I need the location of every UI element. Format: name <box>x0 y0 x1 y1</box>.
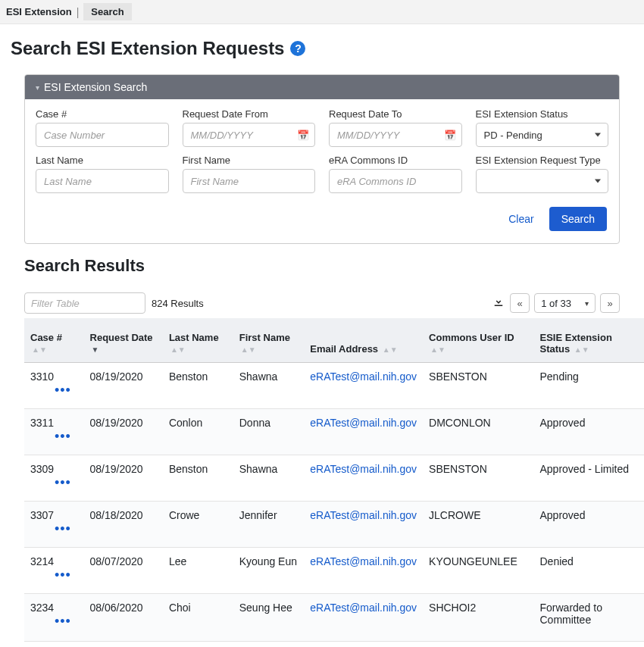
first-name: Donna <box>233 409 305 455</box>
first-name-input[interactable] <box>183 169 316 193</box>
first-name: Shawna <box>233 363 305 409</box>
status: Approved - Limited <box>533 455 644 502</box>
row-actions-icon[interactable]: ••• <box>55 433 78 439</box>
download-icon[interactable] <box>492 295 505 312</box>
search-button[interactable]: Search <box>549 207 607 231</box>
sort-icon: ▲▼ <box>574 345 589 354</box>
date-to-label: Request Date To <box>329 108 462 120</box>
sort-icon: ▲▼ <box>430 345 445 354</box>
last-name: Conlon <box>163 409 233 455</box>
panel-header[interactable]: ▾ ESI Extension Search <box>25 75 619 99</box>
help-icon[interactable]: ? <box>290 41 305 56</box>
row-actions-icon[interactable]: ••• <box>55 526 78 532</box>
col-status[interactable]: ESIE Extension Status ▲▼ <box>533 318 644 363</box>
col-first-name[interactable]: First Name ▲▼ <box>233 318 305 363</box>
table-row: 3310•••08/19/2020BenstonShawnaeRATest@ma… <box>24 363 644 409</box>
panel-header-label: ESI Extension Search <box>44 81 147 93</box>
col-email[interactable]: Email Address ▲▼ <box>304 318 423 363</box>
request-type-select[interactable] <box>476 169 609 193</box>
status: Forwarded to Committee <box>533 594 644 642</box>
filter-table-input[interactable] <box>24 292 145 314</box>
row-actions-icon[interactable]: ••• <box>55 387 78 393</box>
page-select[interactable]: 1 of 33 ▾ <box>534 293 596 313</box>
table-row: 3307•••08/18/2020CroweJennifereRATest@ma… <box>24 502 644 548</box>
tab-search[interactable]: Search <box>83 3 131 20</box>
date-from-input[interactable] <box>183 123 316 147</box>
request-date: 08/06/2020 <box>84 594 163 642</box>
commons-id-input[interactable] <box>329 169 462 193</box>
case-number: 3234 <box>30 602 54 614</box>
last-name: Benston <box>163 363 233 409</box>
table-row: 3311•••08/19/2020ConlonDonnaeRATest@mail… <box>24 409 644 455</box>
email-link[interactable]: eRATest@mail.nih.gov <box>310 463 417 475</box>
status: Pending <box>533 363 644 409</box>
last-name: Crowe <box>163 502 233 548</box>
first-name-label: First Name <box>183 155 316 166</box>
email-link[interactable]: eRATest@mail.nih.gov <box>310 370 417 383</box>
email-link[interactable]: eRATest@mail.nih.gov <box>310 417 417 429</box>
page-title: Search ESI Extension Requests <box>11 38 284 59</box>
calendar-icon[interactable]: 📅 <box>297 130 309 141</box>
request-type-label: ESI Extension Request Type <box>476 155 609 166</box>
chevron-down-icon: ▾ <box>585 299 589 308</box>
request-date: 08/07/2020 <box>84 548 163 594</box>
case-number: 3310 <box>30 370 54 383</box>
case-label: Case # <box>36 108 169 120</box>
date-to-input[interactable] <box>329 123 462 147</box>
commons-id: DMCONLON <box>423 409 533 455</box>
commons-id-label: eRA Commons ID <box>329 155 462 166</box>
first-name: Kyoung Eun <box>233 548 305 594</box>
status-select[interactable]: PD - Pending <box>476 123 609 147</box>
case-number: 3214 <box>30 555 54 567</box>
last-name-input[interactable] <box>36 169 169 193</box>
page-next-button[interactable]: » <box>600 293 620 313</box>
results-count: 824 Results <box>152 298 204 309</box>
calendar-icon[interactable]: 📅 <box>444 130 456 141</box>
status: Denied <box>533 548 644 594</box>
search-panel: ▾ ESI Extension Search Case # Request Da… <box>24 74 620 244</box>
commons-id: SBENSTON <box>423 363 533 409</box>
commons-id: JLCROWE <box>423 502 533 548</box>
email-link[interactable]: eRATest@mail.nih.gov <box>310 509 417 521</box>
row-actions-icon[interactable]: ••• <box>55 618 78 624</box>
last-name: Lee <box>163 548 233 594</box>
table-row: 3309•••08/19/2020BenstonShawnaeRATest@ma… <box>24 455 644 502</box>
col-last-name[interactable]: Last Name ▲▼ <box>163 318 233 363</box>
sort-icon: ▲▼ <box>170 345 186 354</box>
status-label: ESI Extension Status <box>476 108 609 120</box>
request-date: 08/19/2020 <box>84 363 163 409</box>
col-request-date[interactable]: Request Date ▼ <box>84 318 163 363</box>
results-title: Search Results <box>0 244 644 280</box>
request-date: 08/19/2020 <box>84 455 163 502</box>
request-date: 08/19/2020 <box>84 409 163 455</box>
row-actions-icon[interactable]: ••• <box>55 572 78 578</box>
chevron-down-icon: ▾ <box>36 83 39 92</box>
request-date: 08/18/2020 <box>84 502 163 548</box>
last-name: Benston <box>163 455 233 502</box>
sort-desc-icon: ▼ <box>92 345 99 354</box>
last-name: Choi <box>163 594 233 642</box>
commons-id: SBENSTON <box>423 455 533 502</box>
case-number: 3309 <box>30 463 54 475</box>
sort-icon: ▲▼ <box>241 345 256 354</box>
date-from-label: Request Date From <box>183 108 316 120</box>
sort-icon: ▲▼ <box>32 345 47 354</box>
last-name-label: Last Name <box>36 155 169 166</box>
col-case[interactable]: Case # ▲▼ <box>24 318 84 363</box>
page-prev-button[interactable]: « <box>510 293 530 313</box>
col-commons-id[interactable]: Commons User ID ▲▼ <box>423 318 533 363</box>
email-link[interactable]: eRATest@mail.nih.gov <box>310 602 417 614</box>
table-row: 3214•••08/07/2020LeeKyoung EuneRATest@ma… <box>24 548 644 594</box>
case-input[interactable] <box>36 123 169 147</box>
separator: | <box>77 6 80 18</box>
page-select-label: 1 of 33 <box>541 298 571 309</box>
row-actions-icon[interactable]: ••• <box>55 480 78 486</box>
clear-button[interactable]: Clear <box>499 207 542 231</box>
sort-icon: ▲▼ <box>383 345 398 354</box>
email-link[interactable]: eRATest@mail.nih.gov <box>310 555 417 567</box>
app-label: ESI Extension <box>6 6 72 17</box>
commons-id: KYOUNGEUNLEE <box>423 548 533 594</box>
results-table: Case # ▲▼ Request Date ▼ Last Name ▲▼ Fi… <box>24 318 644 642</box>
first-name: Shawna <box>233 455 305 502</box>
first-name: Jennifer <box>233 502 305 548</box>
